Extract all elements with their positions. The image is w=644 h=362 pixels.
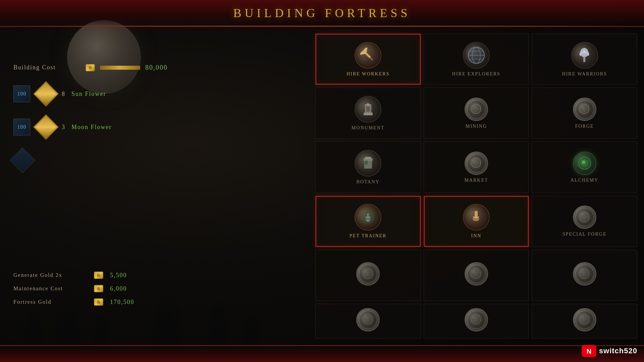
building-card-slot-6-3[interactable] [532,304,637,339]
alchemy-icon [573,152,596,175]
ingredient-slot-1: 100 [13,85,30,102]
inn-icon [463,204,490,231]
ingredient-slot-2: 100 [13,119,30,135]
stat-icon-3 [94,298,103,306]
building-card-special-forge[interactable]: Special Forge [532,196,637,247]
svg-point-32 [582,161,585,164]
svg-text:N: N [587,348,591,355]
stat-value-fortress-gold: 170,500 [110,299,135,306]
forge-label: Forge [575,124,594,129]
building-card-alchemy[interactable]: Alchemy [532,141,637,193]
page-title: Building Fortress [233,6,411,20]
slot-5-3-icon [573,262,596,286]
stat-value-maintenance: 6,000 [110,285,127,292]
ingredient-icon-2 [33,114,59,140]
svg-point-10 [583,51,586,53]
hire-warriors-label: Hire Warriors [562,71,607,77]
inn-svg [467,208,485,227]
slot-6-3-icon [573,308,596,331]
left-panel: Building Cost 80,000 100 8 Sun Flower 10… [0,27,252,345]
jar-icon [359,154,377,172]
building-card-mining[interactable]: Mining [424,87,529,139]
forge-coin-inner [576,101,593,118]
slot-6-2-icon [465,308,488,331]
ingredient-icon-empty [10,147,35,173]
nintendo-badge: N switch520 [582,345,637,357]
botany-icon [355,150,381,177]
ingredient-row-empty [13,151,238,169]
svg-rect-1 [370,57,373,61]
svg-rect-9 [583,57,585,62]
building-card-slot-6-1[interactable] [315,304,421,339]
nintendo-logo: N [582,345,596,357]
stat-label-fortress-gold: Fortress Gold [13,299,87,305]
market-icon [465,152,488,175]
svg-rect-25 [365,161,368,165]
alchemy-label: Alchemy [571,178,598,183]
building-cost-value: 80,000 [145,64,168,71]
building-card-market[interactable]: Market [424,141,529,193]
building-card-slot-5-1[interactable] [315,250,421,301]
inn-label: Inn [471,233,482,239]
building-card-hire-explorers[interactable]: Hire Explorers [424,34,529,85]
slot-5-2-icon [465,262,488,286]
stat-label-maintenance: Maintenance Cost [13,286,87,292]
monument-icon [355,96,381,123]
monument-label: Monument [352,125,384,131]
building-card-hire-warriors[interactable]: Hire Warriors [532,34,637,85]
building-card-monument[interactable]: Monument [315,87,421,139]
pet-icon [359,208,377,227]
building-card-slot-5-2[interactable] [424,250,529,301]
building-card-pet-trainer[interactable]: Pet Trainer [315,196,421,247]
header-bar: Building Fortress [0,0,644,27]
pickaxe-icon [360,47,376,64]
cost-bar [100,66,140,70]
ingredient-name-2: Moon Flower [71,124,112,131]
building-card-slot-5-3[interactable] [532,250,637,301]
mining-coin-inner [468,101,485,118]
building-card-slot-6-2[interactable] [424,304,529,339]
ingredient-row: 100 3 Moon Flower [13,118,238,136]
stat-row-fortress-gold: Fortress Gold 170,500 [13,298,135,306]
stat-icon-2 [94,285,103,292]
ingredient-icon-1 [33,81,59,107]
svg-rect-12 [364,113,373,115]
market-label: Market [464,178,488,183]
stat-label-generate: Generate Gold 2x [13,272,87,278]
cost-icon [86,64,95,71]
building-grid: Hire Workers Hire Explorers Hire Warrior [309,27,644,345]
hire-workers-icon [355,42,381,69]
ingredient-count-1: 8 [62,90,65,98]
svg-rect-24 [365,157,371,159]
ingredient-section: 100 8 Sun Flower 100 3 Moon Flower [13,85,238,169]
stat-icon-1 [94,272,103,279]
svg-point-36 [369,215,371,217]
building-card-inn[interactable]: Inn [424,196,529,247]
svg-rect-13 [366,107,370,112]
pet-trainer-icon [355,204,381,231]
globe-icon [466,45,486,65]
stat-row-generate: Generate Gold 2x 5,500 [13,272,135,279]
hire-workers-label: Hire Workers [346,71,389,77]
special-forge-label: Special Forge [562,232,607,237]
hire-warriors-icon [571,42,598,69]
building-card-hire-workers[interactable]: Hire Workers [315,34,421,85]
mining-label: Mining [466,124,487,129]
special-forge-coin-inner [576,209,593,226]
ingredient-name-1: Sun Flower [71,90,106,98]
stat-row-maintenance: Maintenance Cost 6,000 [13,285,135,292]
building-card-forge[interactable]: Forge [532,87,637,139]
warrior-icon [575,46,594,64]
building-card-botany[interactable]: Botany [315,141,421,193]
pet-trainer-label: Pet Trainer [350,233,387,239]
slot-5-1-icon [356,262,380,286]
bottom-bar [0,345,644,362]
nintendo-text: switch520 [599,347,637,355]
hire-explorers-label: Hire Explorers [452,71,500,77]
svg-point-35 [365,215,367,217]
special-forge-icon [573,205,596,229]
hire-explorers-icon [463,42,490,69]
building-cost-row: Building Cost 80,000 [13,64,238,71]
svg-point-7 [468,47,484,63]
monument-svg [359,100,377,118]
